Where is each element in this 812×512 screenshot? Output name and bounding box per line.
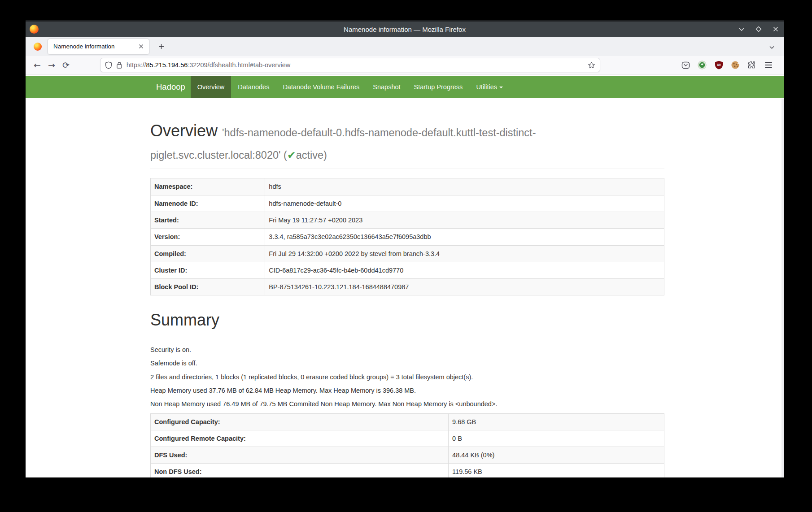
tab-title: Namenode information (53, 43, 136, 50)
page-viewport: Hadoop Overview Datanodes Datanode Volum… (26, 74, 784, 477)
nav-item-utilities[interactable]: Utilities (469, 76, 510, 98)
table-row: Cluster ID:CID-6a817c29-ac36-45fc-b4eb-6… (151, 262, 664, 278)
summary-line: 2 files and directories, 1 blocks (1 rep… (150, 373, 664, 382)
tab-strip: Namenode information (26, 37, 784, 56)
summary-line: Security is on. (150, 345, 664, 354)
table-row: Configured Capacity:9.68 GB (151, 413, 664, 430)
extension-green-icon[interactable] (698, 61, 707, 69)
table-row: Namenode ID:hdfs-namenode-default-0 (151, 195, 664, 212)
tab-close-icon[interactable] (136, 42, 145, 51)
menu-icon[interactable] (764, 61, 773, 69)
window-title: Namenode information — Mozilla Firefox (26, 26, 784, 33)
nav-item-datanode-volume-failures[interactable]: Datanode Volume Failures (276, 76, 366, 98)
nav-item-snapshot[interactable]: Snapshot (366, 76, 407, 98)
pocket-icon[interactable] (681, 61, 690, 69)
lock-icon[interactable] (116, 61, 122, 69)
check-icon: ✔ (287, 149, 296, 161)
url-bar[interactable]: https://85.215.194.56:32209/dfshealth.ht… (100, 58, 600, 72)
tab-namenode-information[interactable]: Namenode information (48, 39, 149, 54)
table-row: Compiled:Fri Jul 29 14:32:00 +0200 2022 … (151, 245, 664, 262)
firefox-icon (30, 25, 39, 35)
bookmark-star-icon[interactable] (588, 61, 595, 69)
table-row: DFS Used:48.44 KB (0%) (151, 447, 664, 464)
firefox-window: Namenode information — Mozilla Firefox N… (26, 20, 784, 477)
firefox-view-icon[interactable] (30, 39, 45, 54)
namenode-info-table: Namespace:hdfs Namenode ID:hdfs-namenode… (150, 178, 664, 295)
new-tab-icon[interactable] (154, 40, 168, 53)
table-row: Version:3.3.4, ra585a73c3e02ac62350c1366… (151, 229, 664, 245)
table-row: Block Pool ID:BP-875134261-10.223.121.18… (151, 279, 664, 295)
status-badge: (✔active) (284, 149, 327, 161)
nav-item-startup-progress[interactable]: Startup Progress (407, 76, 470, 98)
summary-line: Heap Memory used 37.76 MB of 62.84 MB He… (150, 386, 664, 395)
url-text: https://85.215.194.56:32209/dfshealth.ht… (127, 61, 588, 69)
list-all-tabs-icon[interactable] (766, 41, 777, 53)
table-row: Configured Remote Capacity:0 B (151, 430, 664, 447)
summary-title: Summary (150, 309, 664, 331)
maximize-icon[interactable] (755, 26, 762, 33)
svg-text:U0: U0 (717, 63, 721, 66)
table-row: Namespace:hdfs (151, 178, 664, 195)
minimize-icon[interactable] (738, 26, 745, 33)
browser-toolbar: ← → ⟳ https://85.215.194.56:32209/dfshea… (26, 56, 784, 74)
ublock-icon[interactable]: U0 (714, 61, 723, 69)
close-icon[interactable] (772, 26, 779, 33)
extensions-puzzle-icon[interactable] (747, 61, 756, 69)
page-title: Overview 'hdfs-namenode-default-0.hdfs-n… (150, 120, 664, 164)
title-bar: Namenode information — Mozilla Firefox (26, 20, 784, 37)
back-icon[interactable]: ← (30, 58, 44, 72)
summary-line: Safemode is off. (150, 359, 664, 368)
reload-icon[interactable]: ⟳ (59, 58, 73, 72)
divider (150, 169, 664, 169)
table-row: Non DFS Used:119.56 KB (151, 464, 664, 477)
table-row: Started:Fri May 19 11:27:57 +0200 2023 (151, 212, 664, 228)
forward-icon[interactable]: → (44, 58, 59, 72)
divider (150, 336, 664, 336)
summary-line: Non Heap Memory used 76.49 MB of 79.75 M… (150, 399, 664, 408)
summary-text: Security is on. Safemode is off. 2 files… (150, 345, 664, 408)
navbar-brand[interactable]: Hadoop (150, 76, 191, 98)
nav-item-datanodes[interactable]: Datanodes (231, 76, 276, 98)
shield-icon[interactable] (105, 61, 112, 69)
capacity-table: Configured Capacity:9.68 GB Configured R… (150, 413, 664, 477)
chevron-down-icon (499, 87, 503, 88)
cookie-icon[interactable] (731, 61, 740, 69)
nav-item-overview[interactable]: Overview (191, 76, 231, 98)
hadoop-navbar: Hadoop Overview Datanodes Datanode Volum… (26, 76, 784, 98)
scrollbar[interactable] (781, 99, 784, 477)
